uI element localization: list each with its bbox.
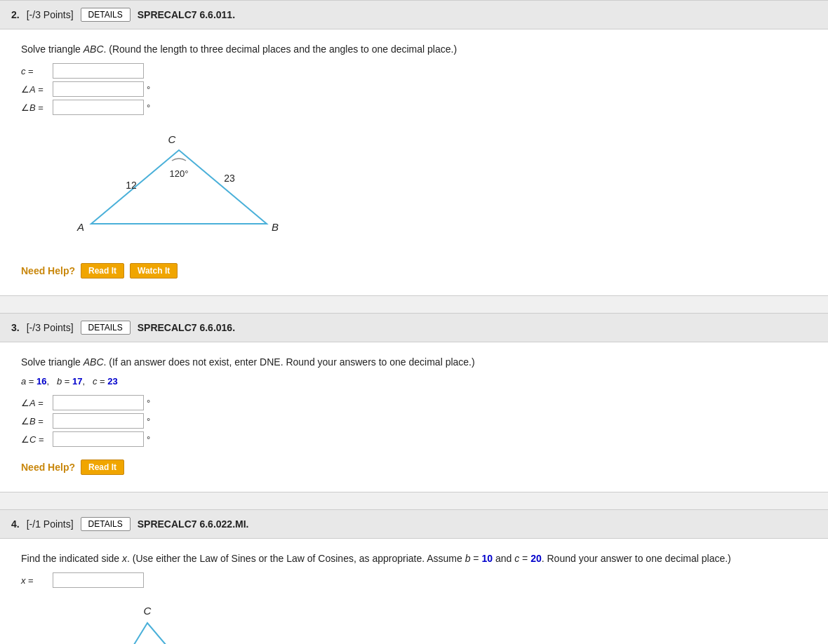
- svg-marker-0: [91, 150, 267, 224]
- label-C2-vertex: C: [144, 605, 152, 617]
- watch-it-btn-2[interactable]: Watch It: [130, 263, 178, 279]
- label-A-vertex: A: [76, 221, 84, 233]
- label-B: ∠B =: [21, 102, 53, 113]
- deg-3-C: °: [147, 434, 150, 445]
- read-it-btn-3[interactable]: Read It: [81, 459, 124, 475]
- given-b: 17: [72, 376, 82, 387]
- problem-4-code: SPRECALC7 6.6.022.MI.: [138, 518, 249, 530]
- label-c: c =: [21, 66, 53, 76]
- input-3-A: ∠A = °: [21, 395, 807, 410]
- input-3-B-field[interactable]: [53, 413, 144, 429]
- problem-2-code: SPRECALC7 6.6.011.: [138, 9, 235, 20]
- problem-3-body: Solve triangle ABC. (If an answer does n…: [0, 342, 828, 492]
- input-3-C: ∠C = °: [21, 431, 807, 447]
- input-c-field[interactable]: [53, 63, 144, 79]
- deg-3-A: °: [147, 398, 150, 408]
- problem-3-code: SPRECALC7 6.6.016.: [138, 322, 235, 333]
- side-23-label: 23: [224, 173, 235, 184]
- deg-3-B: °: [147, 416, 150, 427]
- input-A: ∠A = °: [21, 81, 807, 97]
- input-3-B: ∠B = °: [21, 413, 807, 429]
- problem-4-points: [-/1 Points]: [27, 518, 74, 530]
- problem-3-header: 3. [-/3 Points] DETAILS SPRECALC7 6.6.01…: [0, 313, 828, 342]
- problem-2-details-btn[interactable]: DETAILS: [81, 8, 131, 22]
- problem-2-number: 2.: [11, 9, 20, 20]
- gap-2: [0, 492, 828, 509]
- side-12-label: 12: [126, 180, 137, 191]
- given-c: 23: [107, 376, 117, 387]
- diagram-1: C A B 12 23 120°: [63, 122, 807, 250]
- input-3-C-field[interactable]: [53, 431, 144, 447]
- gap-1: [0, 296, 828, 313]
- problem-4-body: Find the indicated side x. (Use either t…: [0, 539, 828, 644]
- read-it-btn-2[interactable]: Read It: [81, 263, 124, 279]
- label-A: ∠A =: [21, 84, 53, 95]
- given-a: 16: [36, 376, 46, 387]
- input-3-A-field[interactable]: [53, 395, 144, 410]
- need-help-3: Need Help? Read It: [21, 459, 807, 475]
- label-4-x: x =: [21, 575, 53, 586]
- label-3-A: ∠A =: [21, 398, 53, 408]
- input-4-x-field[interactable]: [53, 572, 144, 588]
- input-B: ∠B = °: [21, 100, 807, 115]
- input-B-field[interactable]: [53, 100, 144, 115]
- problem-4-instruction: Find the indicated side x. (Use either t…: [21, 553, 807, 564]
- need-help-3-label: Need Help?: [21, 462, 75, 473]
- label-3-B: ∠B =: [21, 416, 53, 427]
- problem-4-details-btn[interactable]: DETAILS: [81, 517, 131, 531]
- problem-2-body: Solve triangle ABC. (Round the length to…: [0, 29, 828, 296]
- deg-B: °: [147, 102, 150, 113]
- triangle-svg-2: C A B b x c 40°: [63, 595, 246, 644]
- problem-2-header: 2. [-/3 Points] DETAILS SPRECALC7 6.6.01…: [0, 0, 828, 29]
- svg-marker-1: [91, 623, 225, 644]
- problem-4-header: 4. [-/1 Points] DETAILS SPRECALC7 6.6.02…: [0, 509, 828, 539]
- triangle-svg-1: C A B 12 23 120°: [63, 122, 288, 248]
- given-c4: 20: [530, 553, 542, 564]
- need-help-2-label: Need Help?: [21, 265, 75, 276]
- angle-120-label: 120°: [170, 168, 189, 179]
- problem-3-details-btn[interactable]: DETAILS: [81, 321, 131, 335]
- input-c: c =: [21, 63, 807, 79]
- problem-3-points: [-/3 Points]: [27, 322, 74, 333]
- need-help-2: Need Help? Read It Watch It: [21, 263, 807, 279]
- problem-2-points: [-/3 Points]: [27, 9, 74, 20]
- problem-3-instruction: Solve triangle ABC. (If an answer does n…: [21, 356, 807, 368]
- problem-4-number: 4.: [11, 518, 20, 530]
- problem-2-instruction: Solve triangle ABC. (Round the length to…: [21, 43, 807, 55]
- label-C-vertex: C: [168, 133, 176, 145]
- label-3-C: ∠C =: [21, 434, 53, 445]
- given-values-3: a = 16, b = 17, c = 23: [21, 376, 807, 387]
- label-B-vertex: B: [272, 221, 279, 233]
- deg-A: °: [147, 84, 150, 95]
- diagram-2: C A B b x c 40°: [63, 595, 807, 644]
- problem-3-number: 3.: [11, 322, 20, 333]
- given-b4: 10: [481, 553, 493, 564]
- input-A-field[interactable]: [53, 81, 144, 97]
- input-4-x: x =: [21, 572, 807, 588]
